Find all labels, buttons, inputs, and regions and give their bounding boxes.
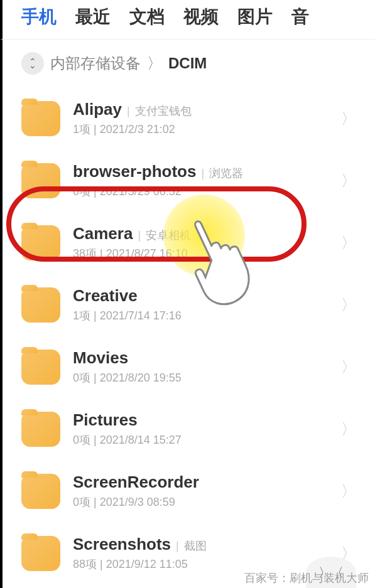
- folder-icon: [21, 412, 60, 447]
- folder-meta: 38项 | 2021/8/27 16:10: [73, 246, 329, 261]
- folder-meta: 0项 | 2021/8/20 19:55: [73, 370, 329, 385]
- folder-icon: [21, 101, 60, 136]
- folder-item-screenrecorder[interactable]: ScreenRecorder 0项 | 2021/9/3 08:59 〉: [3, 460, 375, 522]
- folder-name: Movies: [73, 348, 128, 368]
- folder-name: Pictures: [73, 410, 138, 430]
- folder-icon: [21, 536, 60, 571]
- watermark-text: 百家号：刷机与装机大师: [244, 570, 369, 585]
- folder-name: Screenshots: [73, 535, 171, 554]
- folder-name: Alipay: [73, 100, 122, 119]
- breadcrumb[interactable]: ⌃⌄ 内部存储设备 〉 DCIM: [0, 40, 375, 87]
- folder-icon: [21, 287, 60, 323]
- folder-description: 浏览器: [201, 166, 243, 181]
- file-info: Creative 1项 | 2021/7/14 17:16: [73, 286, 329, 323]
- file-info: Screenshots 截图 88项 | 2021/9/12 11:05: [73, 535, 329, 572]
- folder-name: Creative: [73, 286, 138, 306]
- tab-recent[interactable]: 最近: [75, 5, 111, 29]
- file-info: Movies 0项 | 2021/8/20 19:55: [73, 348, 329, 385]
- folder-meta: 0项 | 2021/5/29 06:52: [73, 184, 329, 199]
- breadcrumb-current: DCIM: [168, 55, 207, 72]
- folder-icon: [21, 350, 60, 385]
- file-info: Alipay 支付宝钱包 1项 | 2021/2/3 21:02: [73, 100, 329, 137]
- folder-icon: [21, 474, 60, 509]
- folder-item-movies[interactable]: Movies 0项 | 2021/8/20 19:55 〉: [3, 336, 375, 398]
- folder-item-creative[interactable]: Creative 1项 | 2021/7/14 17:16 〉: [3, 274, 375, 336]
- chevron-right-icon: 〉: [341, 419, 356, 439]
- file-info: Pictures 0项 | 2021/8/14 15:27: [73, 410, 329, 447]
- folder-meta: 1项 | 2021/2/3 21:02: [73, 122, 329, 137]
- tab-images[interactable]: 图片: [237, 5, 273, 29]
- file-info: Camera 安卓相机 38项 | 2021/8/27 16:10: [73, 224, 329, 261]
- folder-item-camera[interactable]: Camera 安卓相机 38项 | 2021/8/27 16:10 〉: [3, 211, 375, 274]
- file-info: ScreenRecorder 0项 | 2021/9/3 08:59: [73, 473, 329, 510]
- folder-description: 安卓相机: [138, 228, 191, 243]
- folder-name: browser-photos: [73, 162, 196, 181]
- folder-item-browser-photos[interactable]: browser-photos 浏览器 0项 | 2021/5/29 06:52 …: [3, 149, 375, 211]
- breadcrumb-expand-icon[interactable]: ⌃⌄: [21, 52, 44, 75]
- folder-meta: 1项 | 2021/7/14 17:16: [73, 308, 329, 323]
- folder-item-pictures[interactable]: Pictures 0项 | 2021/8/14 15:27 〉: [3, 398, 375, 460]
- folder-description: 截图: [176, 538, 207, 553]
- folder-item-alipay[interactable]: Alipay 支付宝钱包 1项 | 2021/2/3 21:02 〉: [3, 87, 375, 149]
- chevron-right-icon: 〉: [341, 171, 356, 191]
- chevron-right-icon: 〉: [341, 295, 356, 315]
- folder-name: Camera: [73, 224, 133, 243]
- folder-name: ScreenRecorder: [73, 473, 199, 492]
- chevron-right-icon: 〉: [341, 109, 356, 129]
- tab-docs[interactable]: 文档: [129, 5, 165, 29]
- folder-meta: 88项 | 2021/9/12 11:05: [73, 557, 329, 572]
- category-tabs: 手机 最近 文档 视频 图片 音: [0, 0, 375, 40]
- tab-video[interactable]: 视频: [183, 5, 219, 29]
- tab-audio[interactable]: 音: [291, 5, 309, 29]
- folder-icon: [21, 225, 60, 260]
- folder-description: 支付宝钱包: [127, 104, 192, 119]
- folder-meta: 0项 | 2021/9/3 08:59: [73, 494, 329, 510]
- chevron-right-icon: 〉: [341, 481, 356, 501]
- chevron-right-icon: 〉: [341, 357, 356, 377]
- chevron-right-icon: 〉: [341, 233, 356, 253]
- folder-icon: [21, 163, 60, 198]
- breadcrumb-separator: 〉: [147, 53, 162, 73]
- file-info: browser-photos 浏览器 0项 | 2021/5/29 06:52: [73, 162, 329, 199]
- folder-meta: 0项 | 2021/8/14 15:27: [73, 432, 329, 447]
- tab-phone[interactable]: 手机: [21, 5, 57, 29]
- breadcrumb-parent[interactable]: 内部存储设备: [50, 53, 141, 73]
- folder-list: Alipay 支付宝钱包 1项 | 2021/2/3 21:02 〉 brows…: [0, 87, 375, 588]
